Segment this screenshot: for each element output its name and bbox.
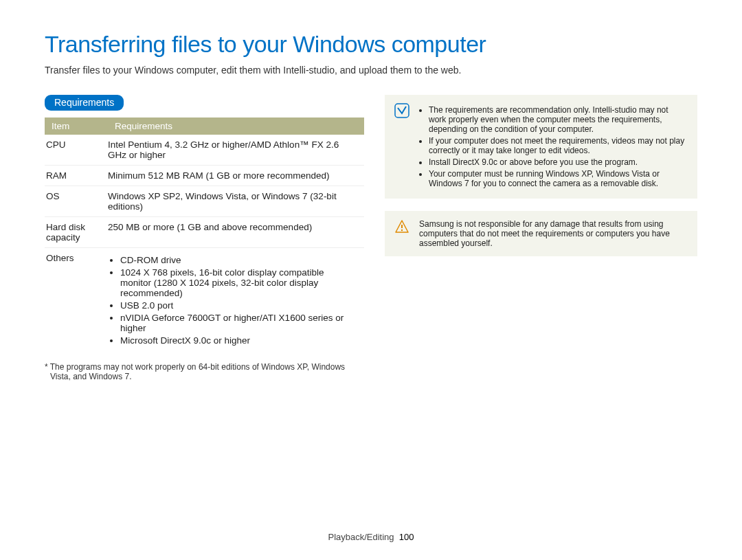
page-title: Transferring files to your Windows compu…: [45, 31, 697, 58]
warning-icon: [394, 219, 409, 234]
svg-rect-0: [395, 104, 409, 117]
list-item: Microsoft DirectX 9.0c or higher: [120, 335, 357, 346]
table-header-req: Requirements: [108, 117, 364, 135]
table-row: RAM Minimum 512 MB RAM (1 GB or more rec…: [45, 166, 364, 186]
list-item: USB 2.0 port: [120, 300, 357, 311]
note-item: Install DirectX 9.0c or above before you…: [429, 157, 686, 167]
warning-box: Samsung is not responsible for any damag…: [385, 211, 697, 256]
row-hdd-label: Hard disk capacity: [45, 217, 108, 248]
note-item: If your computer does not meet the requi…: [429, 136, 686, 155]
table-row: Hard disk capacity 250 MB or more (1 GB …: [45, 217, 364, 248]
table-row: Others CD-ROM drive 1024 X 768 pixels, 1…: [45, 248, 364, 353]
row-cpu-label: CPU: [45, 135, 108, 166]
note-icon: [394, 103, 409, 118]
row-ram-label: RAM: [45, 166, 108, 186]
footer-page-number: 100: [399, 532, 414, 542]
table-row: CPU Intel Pentium 4, 3.2 GHz or higher/A…: [45, 135, 364, 166]
row-ram-value: Minimum 512 MB RAM (1 GB or more recomme…: [108, 166, 364, 186]
page-subtitle: Transfer files to your Windows computer,…: [45, 65, 697, 76]
requirements-table: Item Requirements CPU Intel Pentium 4, 3…: [45, 117, 364, 352]
row-cpu-value: Intel Pentium 4, 3.2 GHz or higher/AMD A…: [108, 135, 364, 166]
row-others-list: CD-ROM drive 1024 X 768 pixels, 16-bit c…: [108, 255, 357, 346]
row-hdd-value: 250 MB or more (1 GB and above recommend…: [108, 217, 364, 248]
row-others-label: Others: [45, 248, 108, 353]
table-header-item: Item: [45, 117, 108, 135]
note-item: Your computer must be running Windows XP…: [429, 169, 686, 188]
page-footer: Playback/Editing 100: [0, 532, 742, 542]
note-item: The requirements are recommendation only…: [429, 105, 686, 134]
footer-section: Playback/Editing: [328, 532, 394, 542]
row-os-value: Windows XP SP2, Windows Vista, or Window…: [108, 186, 364, 217]
note-box: The requirements are recommendation only…: [385, 95, 697, 199]
section-label: Requirements: [45, 95, 124, 111]
list-item: nVIDIA Geforce 7600GT or higher/ATI X160…: [120, 313, 357, 333]
list-item: CD-ROM drive: [120, 255, 357, 265]
list-item: 1024 X 768 pixels, 16-bit color display …: [120, 267, 357, 298]
svg-point-2: [401, 229, 403, 231]
row-os-label: OS: [45, 186, 108, 217]
footnote: * The programs may not work properly on …: [45, 362, 364, 381]
warning-text: Samsung is not responsible for any damag…: [419, 219, 670, 248]
table-row: OS Windows XP SP2, Windows Vista, or Win…: [45, 186, 364, 217]
